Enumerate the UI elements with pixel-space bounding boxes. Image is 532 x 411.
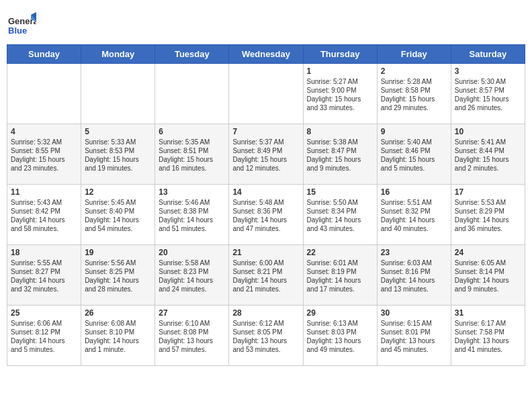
day-info: and 21 minutes. (232, 285, 299, 293)
day-number: 12 (85, 187, 151, 197)
day-info: Daylight: 13 hours (455, 336, 521, 345)
day-info: and 13 minutes. (381, 285, 447, 293)
day-info: Daylight: 14 hours (85, 276, 151, 285)
day-info: Sunrise: 5:30 AM (455, 77, 521, 86)
day-cell: 5Sunrise: 5:33 AMSunset: 8:53 PMDaylight… (81, 124, 155, 185)
day-info: Daylight: 14 hours (455, 276, 521, 285)
day-info: Sunset: 8:01 PM (381, 328, 447, 336)
day-cell: 14Sunrise: 5:48 AMSunset: 8:36 PMDayligh… (229, 185, 303, 245)
day-cell: 9Sunrise: 5:40 AMSunset: 8:46 PMDaylight… (377, 124, 451, 185)
day-info: Sunset: 8:27 PM (11, 267, 77, 276)
day-number: 6 (159, 127, 225, 136)
day-info: Sunrise: 6:17 AM (455, 319, 521, 328)
day-number: 4 (11, 127, 77, 136)
day-info: and 29 minutes. (381, 103, 447, 112)
day-number: 19 (85, 248, 151, 257)
day-info: Daylight: 15 hours (307, 95, 373, 103)
day-cell (155, 64, 229, 124)
day-info: and 17 minutes. (307, 285, 373, 293)
day-info: Daylight: 14 hours (159, 276, 225, 285)
day-cell: 29Sunrise: 6:13 AMSunset: 8:03 PMDayligh… (303, 306, 377, 366)
day-cell: 26Sunrise: 6:08 AMSunset: 8:10 PMDayligh… (81, 306, 155, 366)
day-info: Sunrise: 6:00 AM (232, 259, 299, 267)
day-info: Sunrise: 5:53 AM (455, 198, 521, 207)
day-info: Sunrise: 5:35 AM (159, 138, 225, 146)
day-info: Daylight: 14 hours (307, 216, 373, 224)
day-info: Sunrise: 6:03 AM (381, 259, 447, 267)
day-number: 13 (159, 187, 225, 197)
day-info: Sunrise: 5:33 AM (85, 138, 151, 146)
day-info: Daylight: 13 hours (381, 336, 447, 345)
day-info: Daylight: 14 hours (381, 276, 447, 285)
day-info: Sunrise: 6:15 AM (381, 319, 447, 328)
day-cell: 25Sunrise: 6:06 AMSunset: 8:12 PMDayligh… (7, 306, 81, 366)
day-info: Sunset: 8:32 PM (381, 207, 447, 216)
day-info: and 58 minutes. (11, 224, 77, 233)
day-info: and 49 minutes. (307, 345, 373, 354)
day-cell: 20Sunrise: 5:58 AMSunset: 8:23 PMDayligh… (155, 245, 229, 306)
day-info: Sunset: 8:55 PM (11, 146, 77, 155)
day-info: and 9 minutes. (307, 164, 373, 173)
day-cell: 12Sunrise: 5:45 AMSunset: 8:40 PMDayligh… (81, 185, 155, 245)
day-info: and 54 minutes. (85, 224, 151, 233)
day-cell: 4Sunrise: 5:32 AMSunset: 8:55 PMDaylight… (7, 124, 81, 185)
day-info: Sunset: 8:49 PM (232, 146, 299, 155)
day-cell: 6Sunrise: 5:35 AMSunset: 8:51 PMDaylight… (155, 124, 229, 185)
day-info: Daylight: 14 hours (85, 216, 151, 224)
day-info: Sunset: 8:36 PM (232, 207, 299, 216)
day-info: and 36 minutes. (455, 224, 521, 233)
day-info: and 32 minutes. (11, 285, 77, 293)
day-info: Sunset: 8:34 PM (307, 207, 373, 216)
day-info: Daylight: 15 hours (85, 155, 151, 164)
day-info: Sunrise: 5:50 AM (307, 198, 373, 207)
day-cell: 19Sunrise: 5:56 AMSunset: 8:25 PMDayligh… (81, 245, 155, 306)
day-info: and 2 minutes. (455, 164, 521, 173)
day-header-wednesday: Wednesday (229, 45, 303, 64)
day-info: Sunset: 8:40 PM (85, 207, 151, 216)
day-info: Daylight: 15 hours (455, 155, 521, 164)
day-info: Sunset: 8:12 PM (11, 328, 77, 336)
day-info: Sunrise: 5:58 AM (159, 259, 225, 267)
day-number: 5 (85, 127, 151, 136)
day-cell: 16Sunrise: 5:51 AMSunset: 8:32 PMDayligh… (377, 185, 451, 245)
day-number: 18 (11, 248, 77, 257)
day-info: and 5 minutes. (381, 164, 447, 173)
day-info: Daylight: 14 hours (307, 276, 373, 285)
day-info: and 26 minutes. (455, 103, 521, 112)
day-number: 17 (455, 187, 521, 197)
day-info: Daylight: 14 hours (232, 276, 299, 285)
day-number: 24 (455, 248, 521, 257)
day-number: 2 (381, 66, 447, 76)
day-info: Sunrise: 5:38 AM (307, 138, 373, 146)
calendar-table: SundayMondayTuesdayWednesdayThursdayFrid… (7, 44, 525, 366)
day-info: Sunset: 8:14 PM (455, 267, 521, 276)
day-info: Sunrise: 6:01 AM (307, 259, 373, 267)
day-info: Sunrise: 6:08 AM (85, 319, 151, 328)
day-info: Sunrise: 6:13 AM (307, 319, 373, 328)
day-info: Sunrise: 6:10 AM (159, 319, 225, 328)
day-cell: 27Sunrise: 6:10 AMSunset: 8:08 PMDayligh… (155, 306, 229, 366)
day-cell: 28Sunrise: 6:12 AMSunset: 8:05 PMDayligh… (229, 306, 303, 366)
day-number: 7 (232, 127, 299, 136)
day-info: Sunrise: 5:56 AM (85, 259, 151, 267)
day-info: Sunset: 7:58 PM (455, 328, 521, 336)
day-info: Sunrise: 6:12 AM (232, 319, 299, 328)
day-info: and 16 minutes. (159, 164, 225, 173)
day-cell: 17Sunrise: 5:53 AMSunset: 8:29 PMDayligh… (451, 185, 525, 245)
day-cell: 31Sunrise: 6:17 AMSunset: 7:58 PMDayligh… (451, 306, 525, 366)
day-info: Sunrise: 5:32 AM (11, 138, 77, 146)
day-info: Sunset: 8:25 PM (85, 267, 151, 276)
day-cell: 24Sunrise: 6:05 AMSunset: 8:14 PMDayligh… (451, 245, 525, 306)
day-number: 11 (11, 187, 77, 197)
day-number: 14 (232, 187, 299, 197)
day-info: Sunrise: 5:43 AM (11, 198, 77, 207)
day-number: 23 (381, 248, 447, 257)
day-info: Sunset: 8:03 PM (307, 328, 373, 336)
day-cell: 23Sunrise: 6:03 AMSunset: 8:16 PMDayligh… (377, 245, 451, 306)
day-info: and 24 minutes. (159, 285, 225, 293)
day-cell: 18Sunrise: 5:55 AMSunset: 8:27 PMDayligh… (7, 245, 81, 306)
day-header-monday: Monday (81, 45, 155, 64)
day-info: Daylight: 14 hours (11, 216, 77, 224)
day-info: Daylight: 15 hours (307, 155, 373, 164)
day-info: and 33 minutes. (307, 103, 373, 112)
